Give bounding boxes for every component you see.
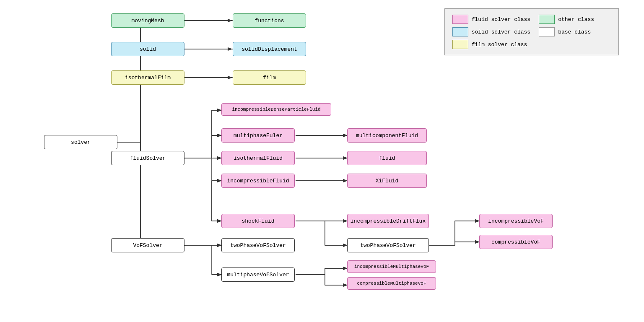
functions-node: functions [233,13,306,28]
diagram: solver movingMesh functions solid solidD… [0,0,644,322]
incompressibleDenseParticleFluid-node: incompressibleDenseParticleFluid [221,103,331,116]
legend-other-label: other class [558,16,594,23]
compressibleMultiphaseVoF-node: compressibleMultiphaseVoF [347,277,436,290]
legend-fluid-label: fluid solver class [472,16,530,23]
film-node: film [233,70,306,85]
incompressibleFluid-node: incompressibleFluid [221,174,295,188]
legend-film-label: film solver class [472,42,527,48]
fluid-node: fluid [347,151,427,165]
legend: fluid solver class other class solid sol… [444,8,619,55]
legend-solid-label: solid solver class [472,29,530,35]
compressibleVoF-node: compressibleVoF [479,235,553,249]
legend-base-label: base class [558,29,591,35]
multiphaseVoFSolver-node: multiphaseVoFSolver [221,267,295,282]
fluidSolver-node: fluidSolver [111,151,184,165]
isothermalFilm-node: isothermalFilm [111,70,184,85]
solidDisplacement-node: solidDisplacement [233,42,306,56]
XiFluid-node: XiFluid [347,174,427,188]
incompressibleVoF-node: incompressibleVoF [479,214,553,228]
incompressibleDriftFlux-node: incompressibleDriftFlux [347,214,429,228]
solid-node: solid [111,42,184,56]
VoFSolver-node: VoFSolver [111,238,184,252]
twoPhaseSolver-node: twoPhaseVoFSolver [221,238,295,252]
isothermalFluid-node: isothermalFluid [221,151,295,165]
twoPhaseVoFSolver-node: twoPhaseVoFSolver [347,238,429,252]
multiphaseEuler-node: multiphaseEuler [221,128,295,143]
shockFluid-node: shockFluid [221,214,295,228]
solver-node: solver [44,135,117,149]
multicomponentFluid-node: multicomponentFluid [347,128,427,143]
movingMesh-node: movingMesh [111,13,184,28]
incompressibleMultiphaseVoF-node: incompressibleMultiphaseVoF [347,260,436,273]
